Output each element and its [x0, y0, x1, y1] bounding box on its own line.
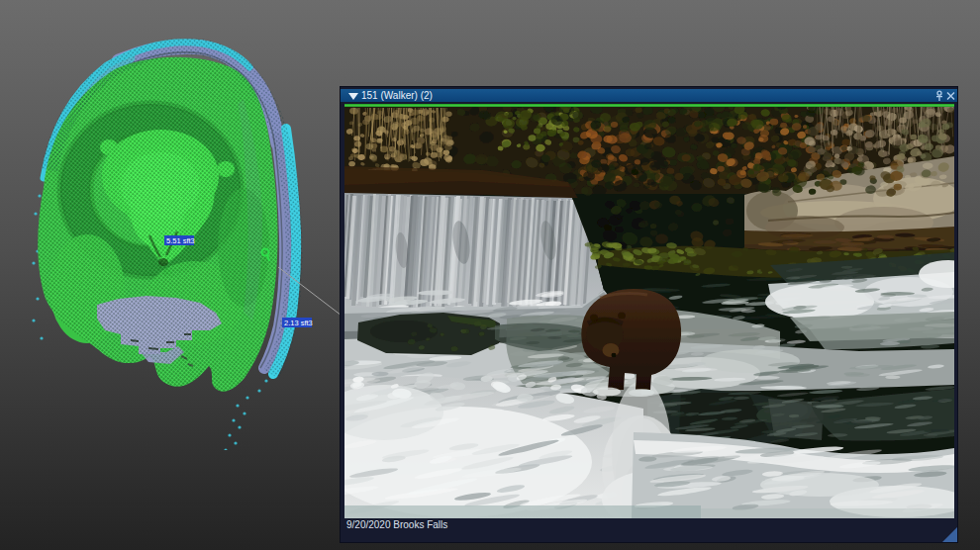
svg-text:5.51 sft3: 5.51 sft3: [166, 236, 195, 245]
svg-text:2.13 sft3: 2.13 sft3: [284, 319, 313, 327]
